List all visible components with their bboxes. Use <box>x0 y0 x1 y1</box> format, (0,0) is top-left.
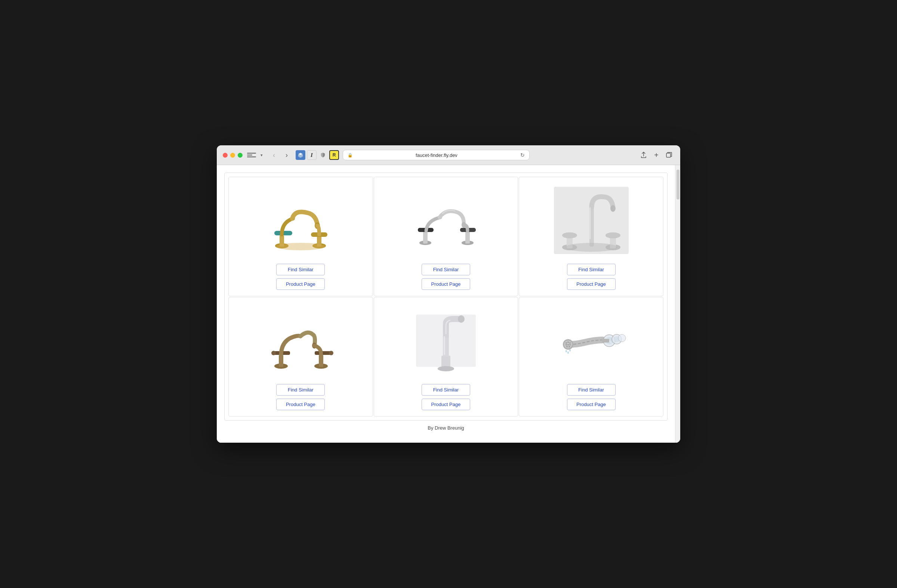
browser-controls: ‹ › <box>269 150 292 160</box>
product-actions-2: Find Similar Product Page <box>380 264 512 290</box>
traffic-lights <box>223 153 243 158</box>
svg-point-44 <box>567 342 568 343</box>
browser-actions: + <box>638 150 674 160</box>
product-page-button-3[interactable]: Product Page <box>567 278 615 290</box>
svg-rect-14 <box>465 232 470 244</box>
maximize-button[interactable] <box>238 153 243 158</box>
svg-point-45 <box>569 342 570 344</box>
tabs-button[interactable] <box>664 150 674 160</box>
svg-point-47 <box>567 344 568 345</box>
product-card-2: Find Similar Product Page <box>374 177 518 296</box>
svg-point-49 <box>566 346 567 347</box>
scrollbar[interactable] <box>675 165 680 443</box>
browser-chrome: ▾ ‹ › I <box>217 145 680 165</box>
browser-content: Find Similar Product Page <box>217 165 675 443</box>
product-page-button-1[interactable]: Product Page <box>276 278 325 290</box>
product-card-1: Find Similar Product Page <box>228 177 373 296</box>
product-card-6: Find Similar Product Page <box>519 297 663 417</box>
refresh-button[interactable]: ↻ <box>520 152 525 158</box>
product-image-4 <box>235 303 367 378</box>
footer-text: By Drew Breunig <box>427 425 464 431</box>
product-actions-6: Find Similar Product Page <box>525 384 657 410</box>
address-bar[interactable]: 🔒 faucet-finder.fly.dev ↻ <box>343 150 530 160</box>
product-actions-4: Find Similar Product Page <box>235 384 367 410</box>
product-actions-1: Find Similar Product Page <box>235 264 367 290</box>
svg-point-19 <box>562 232 577 238</box>
lock-icon: 🔒 <box>347 153 353 158</box>
svg-point-43 <box>565 342 566 344</box>
product-page-button-5[interactable]: Product Page <box>422 399 470 410</box>
r-extension-icon[interactable]: R <box>329 150 339 160</box>
r-icon-label: R <box>333 153 336 158</box>
find-similar-button-5[interactable]: Find Similar <box>422 384 470 396</box>
share-button[interactable] <box>638 150 649 160</box>
product-image-6 <box>525 303 657 378</box>
svg-rect-0 <box>666 153 670 157</box>
svg-point-52 <box>567 351 569 354</box>
svg-point-22 <box>605 232 620 238</box>
product-actions-5: Find Similar Product Page <box>380 384 512 410</box>
svg-point-46 <box>565 344 566 345</box>
svg-point-25 <box>565 243 617 252</box>
product-page-button-4[interactable]: Product Page <box>276 399 325 410</box>
layers-extension-icon[interactable] <box>295 150 305 160</box>
find-similar-button-4[interactable]: Find Similar <box>276 384 325 396</box>
forward-button[interactable]: › <box>282 150 292 160</box>
product-page-button-2[interactable]: Product Page <box>422 278 470 290</box>
type-icon-label: I <box>311 152 313 158</box>
svg-rect-33 <box>315 351 331 355</box>
find-similar-button-6[interactable]: Find Similar <box>567 384 615 396</box>
svg-rect-59 <box>602 339 609 342</box>
svg-point-50 <box>568 346 569 347</box>
product-image-3 <box>525 183 657 258</box>
chevron-down-icon: ▾ <box>260 153 263 158</box>
product-card-3: Find Similar Product Page <box>519 177 663 296</box>
svg-rect-27 <box>279 355 283 367</box>
product-actions-3: Find Similar Product Page <box>525 264 657 290</box>
browser-window: ▾ ‹ › I <box>217 145 680 443</box>
svg-point-29 <box>271 351 276 355</box>
product-grid: Find Similar Product Page <box>228 177 663 417</box>
new-tab-button[interactable]: + <box>651 150 661 160</box>
svg-point-48 <box>569 344 570 345</box>
svg-point-39 <box>458 315 465 323</box>
svg-point-34 <box>329 351 334 355</box>
svg-point-37 <box>438 366 454 371</box>
svg-point-53 <box>569 349 571 351</box>
product-image-2 <box>380 183 512 258</box>
svg-rect-32 <box>319 355 323 367</box>
sidebar-toggle-button[interactable] <box>246 151 257 159</box>
svg-point-8 <box>276 243 325 250</box>
product-card-5: Find Similar Product Page <box>374 297 518 417</box>
extensions-area: I R <box>295 150 339 160</box>
product-image-5 <box>380 303 512 378</box>
find-similar-button-3[interactable]: Find Similar <box>567 264 615 275</box>
product-page-button-6[interactable]: Product Page <box>567 399 615 410</box>
svg-point-51 <box>565 350 567 352</box>
svg-rect-10 <box>423 232 427 244</box>
svg-point-58 <box>618 334 626 342</box>
product-card-4: Find Similar Product Page <box>228 297 373 417</box>
svg-rect-40 <box>444 336 445 355</box>
url-display: faucet-finder.fly.dev <box>355 153 518 158</box>
scrollbar-thumb[interactable] <box>677 170 680 200</box>
back-button[interactable]: ‹ <box>269 150 279 160</box>
footer: By Drew Breunig <box>224 421 667 435</box>
find-similar-button-1[interactable]: Find Similar <box>276 264 325 275</box>
svg-point-24 <box>610 205 615 212</box>
product-image-1 <box>235 183 367 258</box>
close-button[interactable] <box>223 153 228 158</box>
product-grid-container: Find Similar Product Page <box>224 173 667 421</box>
find-similar-button-2[interactable]: Find Similar <box>422 264 470 275</box>
shield-extension-icon[interactable] <box>318 150 328 160</box>
type-extension-icon[interactable]: I <box>307 150 317 160</box>
minimize-button[interactable] <box>230 153 235 158</box>
